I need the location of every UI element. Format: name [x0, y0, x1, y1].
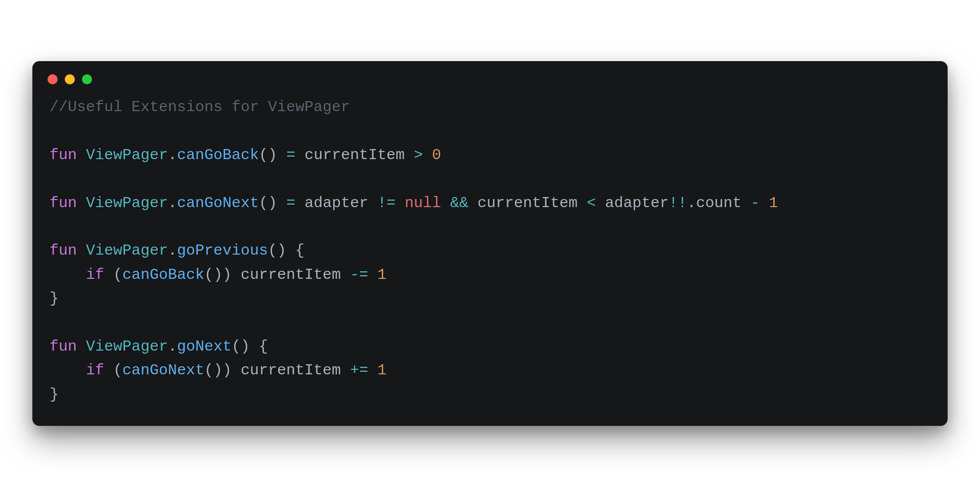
code-token: goNext: [177, 338, 232, 355]
code-token: canGoNext: [177, 194, 259, 212]
code-token: [405, 147, 414, 164]
code-block: //Useful Extensions for ViewPager fun Vi…: [32, 93, 948, 412]
code-token: adapter: [605, 194, 669, 212]
code-token: .: [687, 194, 696, 212]
code-line: fun ViewPager.canGoNext() = adapter != n…: [50, 194, 778, 212]
code-token: fun: [50, 147, 77, 164]
window-titlebar: [32, 61, 948, 93]
code-token: () {: [268, 242, 304, 259]
code-token: .: [168, 338, 177, 355]
code-token: if: [86, 266, 104, 283]
code-token: -: [750, 194, 760, 212]
code-token: [341, 266, 350, 283]
code-token: ()): [204, 266, 241, 283]
code-token: 1: [769, 194, 778, 212]
code-token: [368, 266, 377, 283]
code-token: adapter: [304, 194, 368, 212]
code-token: =: [286, 147, 295, 164]
code-token: canGoNext: [122, 362, 204, 379]
code-token: currentItem: [241, 266, 341, 283]
code-token: [77, 338, 86, 355]
code-token: .: [168, 194, 177, 212]
code-token: [341, 362, 350, 379]
code-token: //Useful Extensions for ViewPager: [50, 99, 350, 116]
code-token: 1: [377, 266, 386, 283]
code-token: ViewPager: [86, 338, 168, 355]
code-token: fun: [50, 242, 77, 259]
code-token: currentItem: [304, 147, 405, 164]
code-token: [741, 194, 750, 212]
code-token: [295, 194, 304, 212]
code-token: canGoBack: [122, 266, 204, 283]
code-token: .: [168, 242, 177, 259]
code-token: [423, 147, 432, 164]
code-token: &&: [450, 194, 468, 212]
code-token: =: [286, 194, 295, 212]
code-token: [50, 266, 86, 283]
code-token: <: [587, 194, 596, 212]
code-token: !!: [669, 194, 687, 212]
code-token: [295, 147, 304, 164]
code-token: 0: [432, 147, 441, 164]
code-line: if (canGoBack()) currentItem -= 1: [50, 266, 386, 283]
code-token: count: [696, 194, 741, 212]
code-token: fun: [50, 338, 77, 355]
code-token: () {: [232, 338, 268, 355]
code-token: currentItem: [477, 194, 577, 212]
traffic-close-icon[interactable]: [48, 74, 58, 84]
code-token: [468, 194, 477, 212]
code-token: goPrevious: [177, 242, 268, 259]
code-token: 1: [377, 362, 386, 379]
code-token: null: [405, 194, 441, 212]
code-token: -=: [350, 266, 368, 283]
code-line: }: [50, 386, 59, 403]
code-token: }: [50, 290, 59, 307]
code-card: //Useful Extensions for ViewPager fun Vi…: [32, 61, 948, 426]
code-token: [50, 362, 86, 379]
code-line: fun ViewPager.goPrevious() {: [50, 242, 304, 259]
code-token: currentItem: [241, 362, 341, 379]
code-line: //Useful Extensions for ViewPager: [50, 99, 350, 116]
code-token: !=: [377, 194, 395, 212]
traffic-minimize-icon[interactable]: [65, 74, 75, 84]
code-token: fun: [50, 194, 77, 212]
page-stage: //Useful Extensions for ViewPager fun Vi…: [0, 0, 980, 487]
code-token: (: [104, 362, 122, 379]
code-token: [596, 194, 605, 212]
code-token: ViewPager: [86, 194, 168, 212]
code-token: (: [104, 266, 122, 283]
code-line: fun ViewPager.goNext() {: [50, 338, 268, 355]
code-token: ()): [204, 362, 241, 379]
code-token: ViewPager: [86, 147, 168, 164]
code-line: fun ViewPager.canGoBack() = currentItem …: [50, 147, 441, 164]
traffic-zoom-icon[interactable]: [82, 74, 92, 84]
code-line: }: [50, 290, 59, 307]
code-token: [577, 194, 587, 212]
code-token: >: [414, 147, 423, 164]
code-line: if (canGoNext()) currentItem += 1: [50, 362, 386, 379]
code-token: [368, 362, 377, 379]
code-token: if: [86, 362, 104, 379]
code-token: .: [168, 147, 177, 164]
code-token: ViewPager: [86, 242, 168, 259]
code-token: [77, 147, 86, 164]
code-token: (): [259, 147, 286, 164]
code-token: [760, 194, 769, 212]
code-token: [77, 242, 86, 259]
code-token: }: [50, 386, 59, 403]
code-token: [368, 194, 377, 212]
code-token: [77, 194, 86, 212]
code-token: [395, 194, 405, 212]
code-token: [441, 194, 450, 212]
code-token: (): [259, 194, 286, 212]
code-token: canGoBack: [177, 147, 259, 164]
code-token: +=: [350, 362, 368, 379]
